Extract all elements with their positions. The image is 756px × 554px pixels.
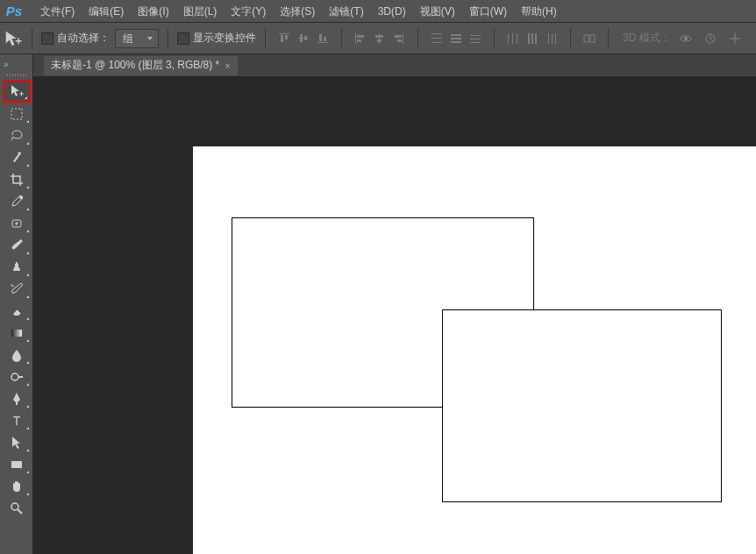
auto-select-dropdown[interactable]: 组 xyxy=(115,29,159,48)
path-selection-tool[interactable] xyxy=(3,432,31,453)
menu-type[interactable]: 文字(Y) xyxy=(224,0,273,23)
svg-rect-0 xyxy=(279,33,289,34)
auto-align-button[interactable] xyxy=(580,29,599,48)
dodge-tool[interactable] xyxy=(3,366,31,387)
zoom-tool[interactable] xyxy=(3,498,31,519)
tool-flyout-icon xyxy=(26,339,29,342)
tool-flyout-icon xyxy=(26,383,29,386)
svg-rect-44 xyxy=(16,262,18,264)
tool-flyout-icon xyxy=(26,405,29,408)
menu-select[interactable]: 选择(S) xyxy=(273,0,322,23)
close-tab-icon[interactable]: × xyxy=(225,60,230,71)
eyedropper-tool[interactable] xyxy=(3,191,31,212)
current-tool-icon[interactable] xyxy=(4,29,23,48)
blur-tool[interactable] xyxy=(3,344,31,366)
history-brush-tool[interactable] xyxy=(3,279,31,300)
align-left-edges-button[interactable] xyxy=(351,29,370,48)
separator xyxy=(341,28,342,49)
workspace: » xyxy=(0,54,756,554)
pen-tool[interactable] xyxy=(3,388,31,409)
separator xyxy=(570,28,571,49)
svg-rect-49 xyxy=(11,461,22,468)
type-tool[interactable]: T xyxy=(3,410,31,431)
svg-rect-36 xyxy=(584,35,588,42)
distribute-hcenter-button[interactable] xyxy=(523,29,542,48)
auto-select-checkbox[interactable]: 自动选择： xyxy=(41,31,110,46)
svg-rect-26 xyxy=(470,42,481,43)
tool-flyout-icon xyxy=(26,252,29,254)
collapse-tools-icon[interactable]: » xyxy=(4,60,9,69)
menu-view[interactable]: 视图(V) xyxy=(413,0,462,23)
panel-grip-icon[interactable] xyxy=(4,71,30,78)
crop-tool[interactable] xyxy=(3,169,31,190)
magic-wand-tool[interactable] xyxy=(3,147,31,168)
3d-rotate-button[interactable] xyxy=(701,29,720,48)
move-tool[interactable] xyxy=(3,80,31,103)
svg-rect-17 xyxy=(397,39,402,42)
tool-flyout-icon xyxy=(26,427,29,430)
svg-rect-27 xyxy=(508,33,509,44)
svg-rect-37 xyxy=(590,35,595,42)
rectangle-shape-2[interactable] xyxy=(442,309,722,502)
svg-rect-3 xyxy=(298,38,309,39)
svg-rect-14 xyxy=(377,39,382,42)
auto-select-label: 自动选择： xyxy=(57,31,110,46)
3d-pan-button[interactable] xyxy=(725,29,745,48)
canvas-area[interactable]: 未标题-1 @ 100% (图层 3, RGB/8) * × xyxy=(33,54,756,554)
svg-rect-2 xyxy=(285,35,288,39)
distribute-left-button[interactable] xyxy=(503,29,523,48)
menu-help[interactable]: 帮助(H) xyxy=(514,0,564,23)
svg-rect-25 xyxy=(470,39,481,39)
svg-rect-21 xyxy=(451,34,461,36)
align-right-edges-button[interactable] xyxy=(389,29,409,48)
eraser-tool[interactable] xyxy=(3,301,31,322)
svg-rect-23 xyxy=(451,41,461,43)
svg-rect-33 xyxy=(548,33,549,44)
document-tab-bar: 未标题-1 @ 100% (图层 3, RGB/8) * × xyxy=(33,54,756,77)
rectangle-tool[interactable] xyxy=(3,454,31,475)
menu-file[interactable]: 文件(F) xyxy=(33,0,82,23)
svg-text:T: T xyxy=(12,414,20,428)
separator xyxy=(417,28,418,49)
distribute-top-button[interactable] xyxy=(427,29,446,48)
brush-tool[interactable] xyxy=(3,235,31,256)
menu-window[interactable]: 窗口(W) xyxy=(462,0,514,23)
document-tab[interactable]: 未标题-1 @ 100% (图层 3, RGB/8) * × xyxy=(44,56,238,75)
svg-rect-47 xyxy=(16,402,18,405)
distribute-bottom-button[interactable] xyxy=(466,29,485,48)
svg-rect-13 xyxy=(375,35,383,38)
gradient-tool[interactable] xyxy=(3,323,31,344)
tool-flyout-icon xyxy=(26,493,29,495)
tool-flyout-icon xyxy=(26,164,29,167)
svg-rect-31 xyxy=(531,33,533,44)
distribute-vcenter-button[interactable] xyxy=(446,29,466,48)
svg-rect-22 xyxy=(451,38,461,39)
show-transform-checkbox[interactable]: 显示变换控件 xyxy=(177,31,256,46)
align-bottom-edges-button[interactable] xyxy=(313,29,332,48)
menu-3d[interactable]: 3D(D) xyxy=(371,0,413,23)
svg-rect-30 xyxy=(528,33,530,44)
lasso-tool[interactable] xyxy=(3,125,31,146)
align-top-edges-button[interactable] xyxy=(275,29,294,48)
svg-rect-24 xyxy=(470,35,481,36)
show-transform-label: 显示变换控件 xyxy=(193,31,256,46)
tool-flyout-icon xyxy=(26,449,29,451)
hand-tool[interactable] xyxy=(3,476,31,497)
3d-orbit-button[interactable] xyxy=(676,29,695,48)
menu-layer[interactable]: 图层(L) xyxy=(176,0,225,23)
separator xyxy=(265,28,266,49)
marquee-tool[interactable] xyxy=(3,103,31,124)
align-vcenter-button[interactable] xyxy=(294,29,313,48)
clone-stamp-tool[interactable] xyxy=(3,257,31,278)
menu-edit[interactable]: 编辑(E) xyxy=(82,0,131,23)
svg-rect-6 xyxy=(317,42,328,43)
svg-rect-8 xyxy=(324,37,326,41)
menu-image[interactable]: 图像(I) xyxy=(131,0,175,23)
healing-brush-tool[interactable] xyxy=(3,213,31,234)
menu-filter[interactable]: 滤镜(T) xyxy=(322,0,370,23)
svg-point-50 xyxy=(11,503,18,510)
align-hcenter-button[interactable] xyxy=(370,29,389,48)
distribute-right-button[interactable] xyxy=(542,29,561,48)
svg-rect-7 xyxy=(319,34,322,41)
tools-panel: » xyxy=(0,54,33,554)
